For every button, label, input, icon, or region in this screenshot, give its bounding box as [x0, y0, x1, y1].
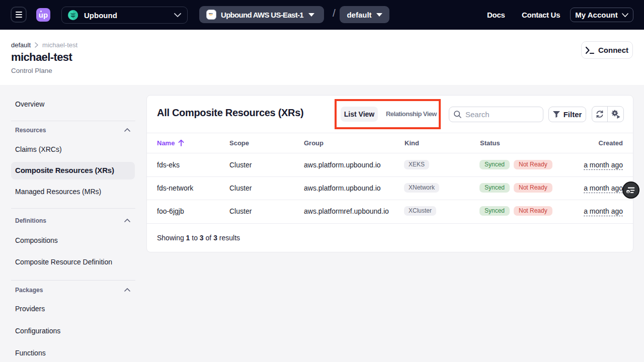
svg-text:aws: aws	[209, 12, 213, 15]
